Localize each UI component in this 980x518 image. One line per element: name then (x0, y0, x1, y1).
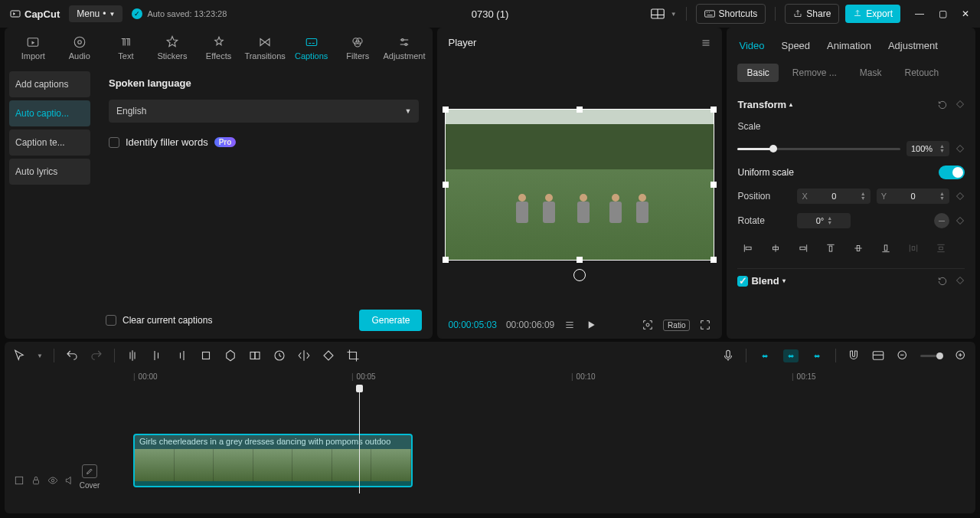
tab-adjustment[interactable]: Adjustment (887, 35, 939, 56)
tab-audio[interactable]: Audio (57, 31, 103, 65)
maximize-button[interactable]: ▢ (937, 8, 948, 19)
clear-captions-checkbox[interactable] (106, 315, 116, 326)
mic-icon[interactable] (721, 349, 735, 362)
align-hcenter-button[interactable] (765, 239, 786, 257)
resize-handle[interactable] (577, 107, 583, 113)
eye-icon[interactable] (47, 475, 58, 486)
hamburger-icon[interactable] (701, 38, 711, 48)
sidebar-item-auto-lyrics[interactable]: Auto lyrics (9, 159, 90, 185)
resize-handle[interactable] (577, 257, 583, 263)
share-button[interactable]: Share (785, 4, 839, 24)
tab-effects[interactable]: Effects (196, 31, 241, 65)
subtab-retouch[interactable]: Retouch (896, 64, 949, 82)
chevron-down-icon[interactable]: ▼ (37, 352, 43, 359)
fullscreen-icon[interactable] (699, 319, 711, 331)
tab-adjustment[interactable]: Adjustment (382, 31, 427, 65)
align-vcenter-button[interactable] (848, 239, 869, 257)
scale-input[interactable]: 100%▲▼ (906, 141, 949, 156)
snap-button-1[interactable]: ⬌ (757, 349, 773, 362)
align-right-button[interactable] (792, 239, 814, 257)
filler-words-checkbox[interactable] (109, 137, 119, 148)
undo-button[interactable] (65, 349, 79, 362)
sidebar-item-caption-templates[interactable]: Caption te... (9, 130, 90, 156)
tracks-area[interactable]: Girls cheerleaders in a grey dresses dan… (103, 386, 975, 493)
transform-title[interactable]: Transform▴ (737, 99, 792, 110)
subtab-remove[interactable]: Remove ... (783, 64, 846, 82)
tab-speed[interactable]: Speed (779, 35, 812, 56)
close-button[interactable]: ✕ (960, 8, 971, 19)
sidebar-item-add-captions[interactable]: Add captions (9, 71, 90, 97)
scale-slider[interactable] (737, 148, 900, 150)
align-bottom-button[interactable] (875, 239, 897, 257)
video-preview[interactable] (445, 109, 714, 261)
tab-video[interactable]: Video (737, 35, 766, 56)
language-select[interactable]: English ▼ (109, 100, 419, 123)
position-y-input[interactable]: Y0▲▼ (877, 189, 949, 204)
rotate-input[interactable]: 0°▲▼ (797, 213, 851, 228)
subtab-basic[interactable]: Basic (737, 64, 778, 82)
lock-icon[interactable] (31, 475, 41, 486)
preview-mode-icon[interactable] (871, 349, 885, 362)
align-left-button[interactable] (737, 239, 759, 257)
zoom-slider[interactable] (920, 355, 943, 357)
zoom-out-icon[interactable] (896, 349, 910, 362)
list-icon[interactable] (564, 320, 576, 330)
collapse-icon[interactable] (14, 475, 24, 486)
split-tool[interactable] (126, 349, 139, 362)
keyframe-icon[interactable] (956, 144, 965, 153)
cover-button[interactable]: Cover (78, 464, 101, 490)
resize-handle[interactable] (710, 257, 717, 263)
trim-right-tool[interactable] (175, 349, 188, 362)
resize-handle[interactable] (443, 257, 449, 263)
tab-text[interactable]: Text (103, 31, 149, 65)
reset-icon[interactable] (937, 276, 948, 287)
tab-transitions[interactable]: Transitions (243, 31, 288, 65)
magnet-icon[interactable] (847, 349, 861, 362)
subtab-mask[interactable]: Mask (851, 64, 891, 82)
play-button[interactable] (585, 319, 597, 331)
marker-tool[interactable] (224, 349, 237, 362)
reverse-tool[interactable] (273, 349, 286, 362)
minimize-button[interactable]: — (914, 8, 925, 19)
blend-checkbox[interactable]: ✓ (737, 276, 748, 287)
tab-captions[interactable]: Captions (289, 31, 334, 65)
duplicate-tool[interactable] (248, 349, 262, 362)
video-clip[interactable]: Girls cheerleaders in a grey dresses dan… (133, 434, 413, 487)
tab-import[interactable]: Import (11, 31, 56, 65)
keyframe-icon[interactable] (956, 192, 965, 201)
tab-animation[interactable]: Animation (825, 35, 873, 56)
resize-handle[interactable] (443, 107, 449, 113)
keyframe-icon[interactable] (956, 276, 965, 285)
sidebar-item-auto-captions[interactable]: Auto captio... (9, 100, 90, 126)
keyframe-icon[interactable] (956, 100, 965, 109)
shortcuts-button[interactable]: Shortcuts (696, 4, 766, 24)
export-button[interactable]: Export (845, 5, 900, 23)
focus-icon[interactable] (642, 319, 654, 331)
zoom-in-icon[interactable] (954, 349, 968, 362)
trim-left-tool[interactable] (150, 349, 164, 362)
rotate-handle[interactable] (573, 269, 586, 281)
rotate-tool[interactable] (322, 349, 335, 362)
speaker-icon[interactable] (64, 475, 75, 486)
redo-button[interactable] (90, 349, 103, 362)
crop2-tool[interactable] (346, 349, 360, 362)
layout-icon[interactable] (651, 8, 665, 19)
chevron-down-icon[interactable]: ▼ (671, 11, 677, 18)
snap-button-3[interactable]: ⬌ (809, 349, 825, 362)
reset-icon[interactable] (937, 100, 948, 110)
rotate-dial[interactable] (934, 213, 949, 228)
snap-button-2[interactable]: ⬌ (783, 349, 799, 362)
blend-title[interactable]: ✓ Blend▾ (737, 275, 785, 287)
pointer-tool[interactable] (12, 349, 26, 362)
timeline-ruler[interactable]: 00:00 00:05 00:10 00:15 (103, 369, 975, 386)
menu-button[interactable]: Menu • ▼ (69, 5, 122, 22)
uniform-scale-toggle[interactable] (939, 166, 965, 179)
mirror-tool[interactable] (297, 349, 311, 362)
resize-handle[interactable] (443, 182, 449, 188)
tab-stickers[interactable]: Stickers (150, 31, 195, 65)
keyframe-icon[interactable] (956, 216, 965, 225)
generate-button[interactable]: Generate (359, 310, 422, 331)
resize-handle[interactable] (710, 107, 717, 113)
align-top-button[interactable] (820, 239, 841, 257)
resize-handle[interactable] (710, 182, 717, 188)
